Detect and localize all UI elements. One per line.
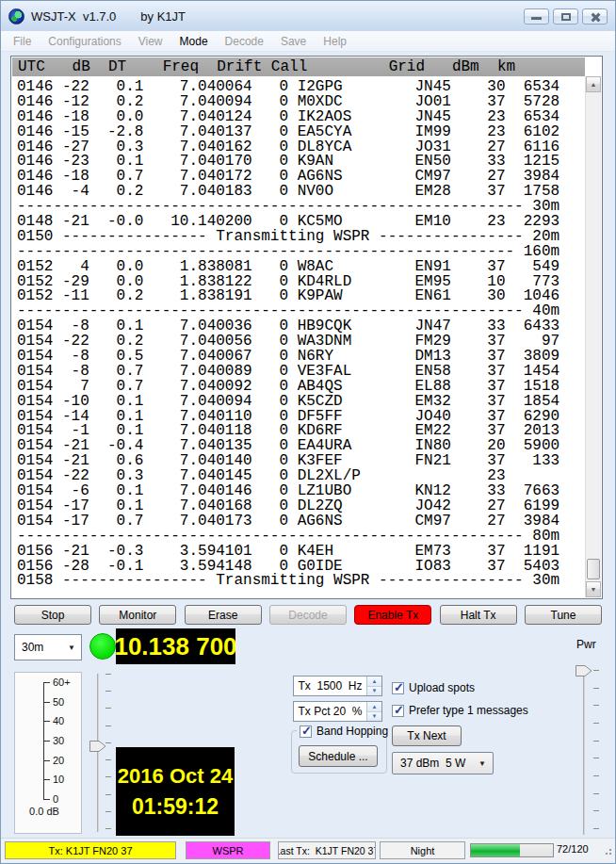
tx-progress-fill — [471, 844, 520, 856]
erase-button[interactable]: Erase — [185, 605, 262, 625]
maximize-icon — [561, 13, 571, 21]
tx-next-button[interactable]: Tx Next — [392, 725, 462, 746]
power-select-value: 37 dBm 5 W — [400, 757, 465, 770]
menu-item-save: Save — [272, 32, 315, 51]
slider-tick — [593, 705, 599, 706]
slider-tick — [593, 793, 599, 794]
meter-scale-label: 0 — [53, 793, 58, 805]
close-button[interactable] — [582, 8, 608, 24]
meter-scale-label: 10 — [53, 774, 64, 785]
meter-tick — [43, 760, 50, 761]
meter-tick — [43, 741, 50, 742]
title-bar[interactable]: WSJT-X v1.7.0by K1JT — [1, 1, 615, 31]
app-version: v1.7.0 — [83, 9, 116, 24]
minimize-button[interactable] — [524, 8, 549, 24]
monitor-button[interactable]: Monitor — [99, 605, 176, 625]
band-hopping-checkbox[interactable]: Band Hopping — [297, 725, 391, 738]
checkmark-icon — [392, 705, 404, 717]
decode-button: Decode — [269, 605, 347, 625]
status-bar: Tx: K1JT FN20 37 WSPR Last Tx: K1JT FN20… — [1, 838, 615, 862]
clock-time: 01:59:12 — [132, 794, 219, 820]
slider-tick — [593, 828, 599, 829]
scroll-up-button[interactable]: ▲ — [586, 76, 601, 92]
slider-tick — [593, 810, 599, 811]
scroll-down-button[interactable]: ▼ — [586, 581, 601, 597]
meter-readout: 0.0 dB — [15, 806, 73, 817]
slider-tick — [593, 741, 599, 742]
tx-freq-spinner[interactable]: Tx 1500 Hz ▲▼ — [293, 676, 382, 696]
slider-tick — [105, 742, 111, 743]
decode-text-area[interactable]: 0146 -22 0.1 7.040064 0 I2GPG JN45 30 65… — [12, 76, 585, 597]
meter-scale-label: 20 — [53, 755, 64, 766]
spin-up-icon[interactable]: ▲ — [367, 677, 381, 687]
meter-scale-label: 50 — [53, 696, 64, 708]
slider-tick — [593, 688, 599, 689]
meter-scale-label: 40 — [53, 715, 64, 726]
upload-spots-checkbox[interactable]: Upload spots — [392, 681, 475, 694]
app-byline: by K1JT — [140, 9, 186, 24]
meter-tick — [43, 799, 50, 800]
spinner-buttons[interactable]: ▲▼ — [366, 702, 381, 721]
tx-message-badge: Tx: K1JT FN20 37 — [5, 841, 176, 859]
close-icon — [583, 9, 607, 24]
spinner-buttons[interactable]: ▲▼ — [366, 677, 381, 695]
slider-thumb[interactable] — [575, 665, 592, 677]
meter-tick — [43, 702, 50, 703]
slider-thumb[interactable] — [89, 741, 106, 752]
stop-button[interactable]: Stop — [14, 605, 91, 625]
prefer-type1-label: Prefer type 1 messages — [409, 704, 528, 717]
minimize-icon — [531, 17, 542, 20]
slider-tick — [105, 828, 111, 829]
band-select-value: 30m — [22, 641, 43, 654]
last-tx-badge: Last Tx: K1JT FN20 37 — [278, 841, 376, 859]
slider-tick — [105, 725, 111, 726]
meter-scale-label: 60+ — [53, 677, 71, 688]
menu-item-help: Help — [315, 32, 355, 51]
resize-grip[interactable] — [603, 846, 612, 856]
mode-badge: WSPR — [186, 841, 270, 859]
prefer-type1-checkbox[interactable]: Prefer type 1 messages — [392, 704, 528, 717]
slider-tick — [105, 811, 111, 812]
slider-groove — [97, 674, 99, 832]
rx-gain-slider[interactable] — [89, 672, 114, 834]
band-hopping-label: Band Hopping — [316, 725, 388, 738]
band-select[interactable]: 30m ▼ — [14, 634, 82, 660]
tx-pct-value: Tx Pct 20 % — [294, 702, 366, 721]
menu-item-configurations: Configurations — [40, 32, 129, 51]
menu-bar: FileConfigurationsViewModeDecodeSaveHelp — [1, 31, 615, 52]
slider-tick — [105, 794, 111, 795]
menu-item-mode[interactable]: Mode — [171, 32, 217, 51]
meter-scale-label: 30 — [53, 735, 64, 746]
meter-tick — [43, 779, 50, 780]
rx-status-light — [89, 633, 116, 660]
scrollbar-thumb[interactable] — [587, 559, 600, 579]
wsjtx-window: WSJT-X v1.7.0by K1JT FileConfigurationsV… — [0, 0, 616, 864]
clock-display: 2016 Oct 24 01:59:12 — [116, 747, 235, 836]
pwr-slider[interactable] — [574, 663, 602, 835]
spin-down-icon[interactable]: ▼ — [367, 687, 381, 696]
enable-tx-button[interactable]: Enable Tx — [354, 605, 431, 625]
rx-level-meter: 0.0 dB 60+50403020100 — [14, 672, 82, 834]
slider-tick — [105, 776, 111, 777]
tune-button[interactable]: Tune — [525, 605, 602, 625]
pwr-label: Pwr — [576, 638, 596, 651]
slider-tick — [593, 723, 599, 724]
slider-tick — [105, 759, 111, 760]
checkmark-icon — [392, 682, 404, 694]
tx-progress-text: 72/120 — [557, 843, 589, 855]
maximize-button[interactable] — [553, 8, 578, 24]
meter-tick — [43, 682, 50, 683]
tx-pct-spinner[interactable]: Tx Pct 20 % ▲▼ — [293, 701, 382, 722]
schedule-button[interactable]: Schedule ... — [299, 745, 378, 767]
slider-tick — [593, 775, 599, 776]
power-select[interactable]: 37 dBm 5 W ▼ — [392, 752, 494, 774]
halt-tx-button[interactable]: Halt Tx — [440, 605, 517, 625]
spin-up-icon[interactable]: ▲ — [367, 702, 381, 712]
vertical-scrollbar[interactable]: ▲ ▼ — [585, 76, 601, 597]
slider-tick — [105, 708, 111, 709]
decode-table-header: UTC dB DT Freq Drift Call Grid dBm km — [12, 57, 585, 76]
spin-down-icon[interactable]: ▼ — [367, 712, 381, 722]
slider-tick — [593, 670, 599, 671]
frequency-display: 10.138 700 — [116, 628, 235, 664]
tx-progress-bar — [470, 843, 554, 857]
